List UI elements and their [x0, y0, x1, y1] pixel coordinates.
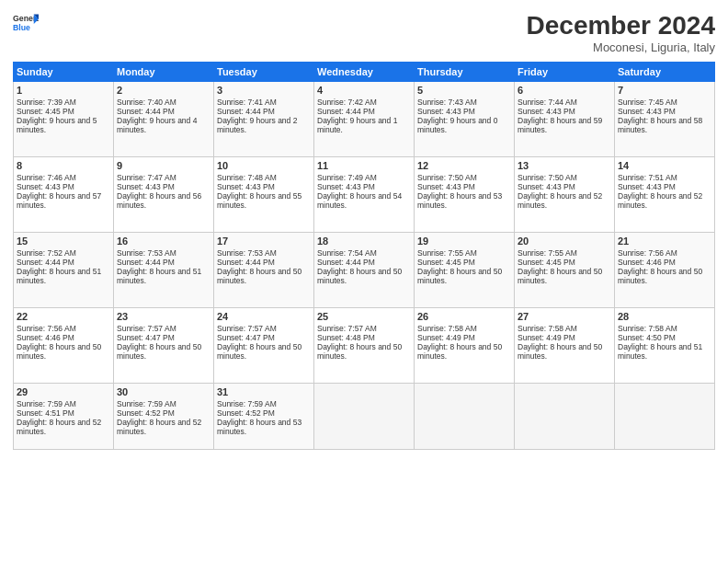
sunset-text: Sunset: 4:48 PM [317, 333, 375, 342]
daylight-text: Daylight: 8 hours and 50 minutes. [417, 342, 502, 361]
sunrise-text: Sunrise: 7:55 AM [417, 248, 477, 258]
calendar-cell: 20Sunrise: 7:55 AMSunset: 4:45 PMDayligh… [515, 233, 615, 308]
sunrise-text: Sunrise: 7:50 AM [518, 173, 577, 182]
calendar-cell: 16Sunrise: 7:53 AMSunset: 4:44 PMDayligh… [114, 233, 214, 308]
sunrise-text: Sunrise: 7:56 AM [618, 248, 677, 258]
day-number: 1 [17, 85, 110, 96]
calendar-cell: 28Sunrise: 7:58 AMSunset: 4:50 PMDayligh… [615, 308, 715, 384]
calendar-cell: 25Sunrise: 7:57 AMSunset: 4:48 PMDayligh… [314, 308, 415, 384]
calendar-cell: 4Sunrise: 7:42 AMSunset: 4:44 PMDaylight… [314, 82, 415, 157]
calendar-week-row: 1Sunrise: 7:39 AMSunset: 4:45 PMDaylight… [14, 82, 715, 157]
daylight-text: Daylight: 9 hours and 5 minutes. [17, 116, 97, 134]
calendar-cell: 22Sunrise: 7:56 AMSunset: 4:46 PMDayligh… [14, 308, 114, 384]
day-number: 2 [117, 85, 210, 96]
day-number: 14 [618, 160, 711, 171]
month-title: December 2024 [527, 11, 715, 40]
daylight-text: Daylight: 9 hours and 2 minutes. [217, 116, 297, 134]
days-header-row: Sunday Monday Tuesday Wednesday Thursday… [14, 63, 715, 82]
sunset-text: Sunset: 4:43 PM [417, 182, 475, 191]
sunset-text: Sunset: 4:44 PM [217, 258, 275, 267]
header-friday: Friday [515, 63, 615, 82]
calendar-week-row: 22Sunrise: 7:56 AMSunset: 4:46 PMDayligh… [14, 308, 715, 384]
sunrise-text: Sunrise: 7:57 AM [117, 324, 176, 333]
day-number: 28 [618, 311, 711, 322]
calendar-cell: 31Sunrise: 7:59 AMSunset: 4:52 PMDayligh… [214, 384, 314, 450]
daylight-text: Daylight: 8 hours and 58 minutes. [618, 116, 702, 134]
logo-icon: General Blue [13, 11, 39, 37]
sunset-text: Sunset: 4:43 PM [518, 107, 575, 116]
daylight-text: Daylight: 8 hours and 50 minutes. [317, 342, 402, 361]
header-monday: Monday [114, 63, 214, 82]
sunset-text: Sunset: 4:45 PM [518, 258, 575, 267]
daylight-text: Daylight: 9 hours and 4 minutes. [117, 116, 197, 134]
sunrise-text: Sunrise: 7:48 AM [217, 173, 277, 182]
sunset-text: Sunset: 4:43 PM [417, 107, 475, 116]
sunrise-text: Sunrise: 7:39 AM [17, 98, 76, 107]
day-number: 30 [117, 386, 210, 397]
calendar-body: 1Sunrise: 7:39 AMSunset: 4:45 PMDaylight… [14, 82, 715, 450]
sunset-text: Sunset: 4:46 PM [17, 333, 74, 342]
daylight-text: Daylight: 8 hours and 56 minutes. [117, 191, 201, 210]
sunrise-text: Sunrise: 7:54 AM [317, 248, 377, 258]
calendar-cell: 1Sunrise: 7:39 AMSunset: 4:45 PMDaylight… [14, 82, 114, 157]
calendar-cell: 11Sunrise: 7:49 AMSunset: 4:43 PMDayligh… [314, 157, 415, 233]
day-number: 31 [217, 386, 311, 397]
day-number: 24 [217, 311, 311, 322]
sunrise-text: Sunrise: 7:58 AM [618, 324, 677, 333]
calendar-cell: 13Sunrise: 7:50 AMSunset: 4:43 PMDayligh… [515, 157, 615, 233]
sunrise-text: Sunrise: 7:40 AM [117, 98, 176, 107]
daylight-text: Daylight: 8 hours and 51 minutes. [17, 267, 101, 285]
sunset-text: Sunset: 4:46 PM [618, 258, 676, 267]
daylight-text: Daylight: 8 hours and 50 minutes. [618, 267, 702, 285]
sunset-text: Sunset: 4:50 PM [618, 333, 676, 342]
calendar-cell: 30Sunrise: 7:59 AMSunset: 4:52 PMDayligh… [114, 384, 214, 450]
sunset-text: Sunset: 4:43 PM [618, 182, 676, 191]
sunset-text: Sunset: 4:47 PM [217, 333, 275, 342]
sunrise-text: Sunrise: 7:43 AM [417, 98, 477, 107]
sunrise-text: Sunrise: 7:45 AM [618, 98, 677, 107]
sunrise-text: Sunrise: 7:52 AM [17, 248, 76, 258]
header-tuesday: Tuesday [214, 63, 314, 82]
calendar-cell: 9Sunrise: 7:47 AMSunset: 4:43 PMDaylight… [114, 157, 214, 233]
logo: General Blue [13, 11, 39, 37]
sunrise-text: Sunrise: 7:57 AM [317, 324, 377, 333]
day-number: 19 [417, 236, 511, 247]
sunset-text: Sunset: 4:45 PM [417, 258, 475, 267]
day-number: 17 [217, 236, 311, 247]
calendar-cell: 17Sunrise: 7:53 AMSunset: 4:44 PMDayligh… [214, 233, 314, 308]
calendar-container: General Blue December 2024 Moconesi, Lig… [0, 0, 728, 563]
sunrise-text: Sunrise: 7:53 AM [117, 248, 176, 258]
daylight-text: Daylight: 8 hours and 52 minutes. [618, 191, 702, 210]
day-number: 23 [117, 311, 210, 322]
daylight-text: Daylight: 8 hours and 50 minutes. [518, 342, 602, 361]
sunrise-text: Sunrise: 7:46 AM [17, 173, 76, 182]
sunrise-text: Sunrise: 7:49 AM [317, 173, 377, 182]
calendar-cell: 15Sunrise: 7:52 AMSunset: 4:44 PMDayligh… [14, 233, 114, 308]
sunset-text: Sunset: 4:44 PM [217, 107, 275, 116]
sunset-text: Sunset: 4:43 PM [17, 182, 74, 191]
daylight-text: Daylight: 8 hours and 52 minutes. [17, 418, 101, 436]
day-number: 3 [217, 85, 311, 96]
day-number: 7 [618, 85, 711, 96]
daylight-text: Daylight: 8 hours and 51 minutes. [117, 267, 201, 285]
calendar-cell: 7Sunrise: 7:45 AMSunset: 4:43 PMDaylight… [615, 82, 715, 157]
calendar-cell: 29Sunrise: 7:59 AMSunset: 4:51 PMDayligh… [14, 384, 114, 450]
day-number: 15 [17, 236, 110, 247]
calendar-cell [314, 384, 415, 450]
calendar-header: General Blue December 2024 Moconesi, Lig… [13, 11, 715, 54]
calendar-cell: 24Sunrise: 7:57 AMSunset: 4:47 PMDayligh… [214, 308, 314, 384]
daylight-text: Daylight: 8 hours and 50 minutes. [417, 267, 502, 285]
calendar-cell: 12Sunrise: 7:50 AMSunset: 4:43 PMDayligh… [415, 157, 515, 233]
sunset-text: Sunset: 4:44 PM [317, 258, 375, 267]
daylight-text: Daylight: 8 hours and 50 minutes. [117, 342, 201, 361]
sunset-text: Sunset: 4:44 PM [117, 258, 175, 267]
daylight-text: Daylight: 8 hours and 51 minutes. [618, 342, 702, 361]
sunrise-text: Sunrise: 7:50 AM [417, 173, 477, 182]
daylight-text: Daylight: 8 hours and 50 minutes. [217, 267, 301, 285]
daylight-text: Daylight: 8 hours and 52 minutes. [117, 418, 201, 436]
sunset-text: Sunset: 4:45 PM [17, 107, 74, 116]
day-number: 13 [518, 160, 611, 171]
day-number: 8 [17, 160, 110, 171]
calendar-cell: 14Sunrise: 7:51 AMSunset: 4:43 PMDayligh… [615, 157, 715, 233]
sunrise-text: Sunrise: 7:59 AM [217, 399, 277, 408]
